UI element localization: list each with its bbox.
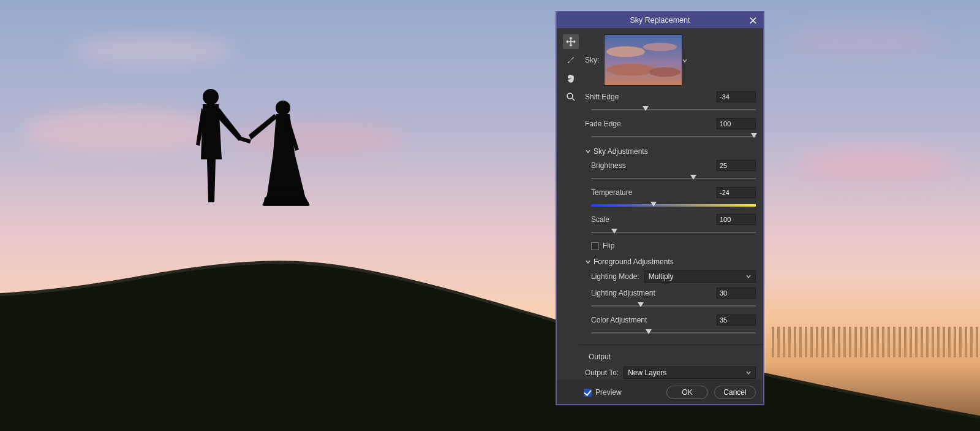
move-icon	[566, 37, 576, 47]
color-adjustment-label: Color Adjustment	[591, 316, 647, 324]
brush-icon	[566, 55, 576, 65]
sky-preset-picker[interactable]	[604, 34, 682, 86]
foreground-adjustments-toggle[interactable]: Foreground Adjustments	[585, 257, 756, 266]
close-icon	[750, 17, 756, 24]
color-adjustment-value[interactable]	[717, 315, 756, 326]
brightness-label: Brightness	[591, 161, 626, 170]
controls-column: Sky:	[585, 34, 756, 380]
zoom-icon	[566, 92, 576, 102]
scale-slider[interactable]	[591, 229, 756, 235]
tool-hand[interactable]	[563, 71, 579, 86]
lighting-mode-value: Multiply	[649, 272, 674, 281]
tool-strip	[563, 34, 579, 380]
cloud-decor	[784, 25, 943, 58]
couple-silhouette	[183, 86, 330, 208]
tool-move[interactable]	[563, 34, 579, 49]
svg-point-0	[203, 89, 219, 105]
lighting-adjustment-label: Lighting Adjustment	[591, 289, 655, 297]
hand-icon	[566, 74, 576, 83]
tool-zoom[interactable]	[563, 90, 579, 104]
chevron-down-icon	[745, 273, 752, 280]
lighting-mode-label: Lighting Mode:	[591, 272, 639, 281]
chevron-down-icon	[585, 259, 591, 265]
fade-edge-slider[interactable]	[591, 134, 756, 140]
hill-silhouette	[0, 149, 980, 431]
scale-label: Scale	[591, 215, 609, 224]
ok-button[interactable]: OK	[666, 386, 708, 399]
sky-adjustments-label: Sky Adjustments	[594, 147, 648, 156]
cancel-button[interactable]: Cancel	[714, 386, 756, 399]
output-to-value: New Layers	[628, 368, 666, 377]
temperature-slider[interactable]	[591, 202, 756, 208]
sky-thumbnail	[605, 35, 682, 85]
sky-adjustments-toggle[interactable]: Sky Adjustments	[585, 147, 756, 156]
scale-value[interactable]	[717, 214, 756, 225]
svg-point-5	[643, 43, 677, 51]
close-button[interactable]	[746, 12, 760, 28]
fade-edge-value[interactable]	[717, 118, 756, 129]
svg-point-1	[276, 101, 290, 115]
output-to-label: Output To:	[585, 368, 619, 377]
dialog-title: Sky Replacement	[630, 16, 690, 25]
temperature-label: Temperature	[591, 188, 632, 197]
brightness-value[interactable]	[717, 160, 756, 171]
cloud-decor	[74, 37, 233, 64]
tool-brush[interactable]	[563, 53, 579, 67]
shift-edge-label: Shift Edge	[585, 93, 619, 101]
shift-edge-value[interactable]	[717, 91, 756, 102]
brightness-slider[interactable]	[591, 175, 756, 181]
flip-checkbox[interactable]	[591, 242, 599, 250]
chevron-down-icon	[682, 57, 688, 63]
sky-replacement-dialog: Sky Replacement	[556, 11, 764, 405]
temperature-value[interactable]	[717, 187, 756, 198]
shift-edge-slider[interactable]	[591, 107, 756, 113]
svg-point-4	[606, 47, 645, 58]
svg-point-2	[567, 93, 573, 99]
divider	[579, 345, 763, 345]
lighting-mode-select[interactable]: Multiply	[644, 270, 756, 283]
chevron-down-icon	[745, 370, 752, 376]
svg-point-7	[649, 67, 680, 77]
lighting-adjustment-slider[interactable]	[591, 303, 756, 309]
flip-label: Flip	[603, 242, 614, 250]
preview-label: Preview	[595, 388, 622, 397]
svg-rect-3	[605, 35, 682, 85]
chevron-down-icon	[585, 148, 591, 154]
fade-edge-label: Fade Edge	[585, 120, 621, 128]
output-to-select[interactable]: New Layers	[624, 367, 756, 379]
dialog-title-bar[interactable]: Sky Replacement	[557, 12, 763, 28]
foreground-adjustments-label: Foreground Adjustments	[594, 257, 674, 266]
color-adjustment-slider[interactable]	[591, 330, 756, 336]
svg-point-6	[607, 64, 655, 76]
preview-checkbox[interactable]	[584, 389, 592, 397]
lighting-adjustment-value[interactable]	[717, 288, 756, 299]
sky-label: Sky:	[585, 56, 599, 64]
output-heading: Output	[589, 353, 756, 361]
